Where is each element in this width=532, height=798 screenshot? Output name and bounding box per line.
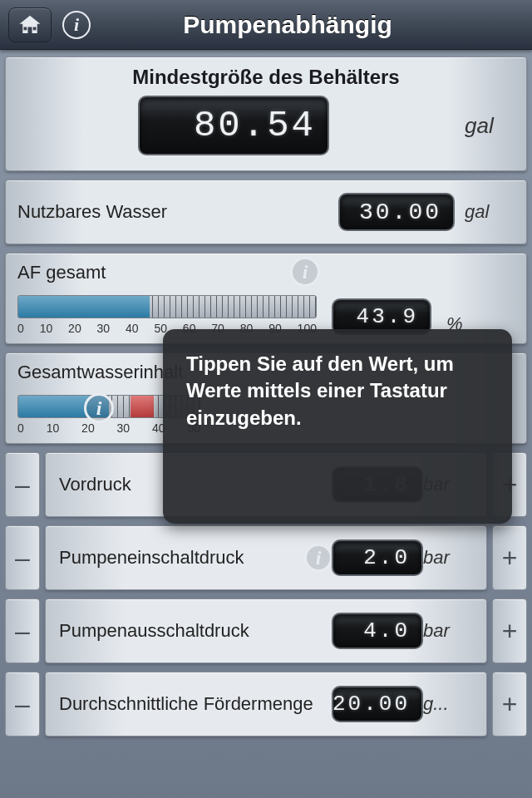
usable-water-value[interactable]: 30.00 bbox=[338, 193, 455, 231]
step-value[interactable]: 4.0 bbox=[332, 613, 423, 649]
tooltip-text: Tippen Sie auf den Wert, um Werte mittel… bbox=[186, 352, 454, 429]
af-total-label: AF gesamt bbox=[17, 262, 515, 283]
step-panel: Durchschnittliche Fördermenge 20.00 g... bbox=[45, 672, 487, 736]
af-total-slider[interactable] bbox=[17, 295, 317, 318]
min-size-title: Mindestgröße des Behälters bbox=[17, 66, 515, 89]
step-label: Durchschnittliche Fördermenge bbox=[59, 693, 313, 715]
step-unit: g... bbox=[423, 693, 473, 715]
home-icon bbox=[17, 12, 42, 37]
content-area: Mindestgröße des Behälters 80.54 gal Nut… bbox=[0, 50, 532, 798]
step-value[interactable]: 2.0 bbox=[332, 539, 423, 576]
step-label: Pumpeneinschaltdruck bbox=[59, 547, 244, 569]
step-value[interactable]: 20.00 bbox=[332, 686, 423, 722]
step-row: – Pumpenausschaltdruck 4.0 bar + bbox=[5, 598, 527, 663]
info-icon: i bbox=[304, 544, 332, 572]
increment-button[interactable]: + bbox=[492, 525, 527, 590]
usable-water-unit: gal bbox=[465, 201, 515, 223]
af-total-info-button[interactable]: i bbox=[288, 255, 322, 288]
home-button[interactable] bbox=[8, 7, 52, 42]
tooltip-overlay[interactable]: Tippen Sie auf den Wert, um Werte mittel… bbox=[163, 329, 512, 524]
step-unit: bar bbox=[423, 620, 473, 642]
step-unit: bar bbox=[423, 547, 473, 569]
usable-water-label: Nutzbares Wasser bbox=[17, 201, 167, 223]
panel-min-size: Mindestgröße des Behälters 80.54 gal bbox=[5, 57, 527, 171]
page-title: Pumpenabhängig bbox=[101, 11, 524, 39]
step-panel: Pumpenausschaltdruck 4.0 bar bbox=[45, 598, 487, 663]
decrement-button[interactable]: – bbox=[5, 525, 40, 590]
info-icon: i bbox=[290, 257, 320, 287]
min-size-value[interactable]: 80.54 bbox=[138, 96, 329, 155]
info-icon: i bbox=[84, 393, 114, 423]
svg-rect-1 bbox=[33, 27, 37, 30]
step-label: Vordruck bbox=[59, 474, 131, 495]
panel-usable-water: Nutzbares Wasser 30.00 gal bbox=[5, 180, 527, 244]
decrement-button[interactable]: – bbox=[5, 598, 40, 663]
increment-button[interactable]: + bbox=[492, 598, 527, 663]
svg-rect-0 bbox=[24, 27, 27, 30]
decrement-button[interactable]: – bbox=[5, 672, 40, 736]
info-icon: i bbox=[62, 11, 91, 39]
header-bar: i Pumpenabhängig bbox=[0, 0, 532, 50]
row-info-button[interactable]: i bbox=[302, 541, 335, 574]
total-volume-info-button[interactable]: i bbox=[82, 392, 116, 425]
total-volume-marker bbox=[131, 396, 154, 417]
step-label: Pumpenausschaltdruck bbox=[59, 620, 249, 642]
af-total-fill bbox=[18, 296, 150, 318]
info-button[interactable]: i bbox=[58, 7, 95, 42]
step-row: – Durchschnittliche Fördermenge 20.00 g.… bbox=[5, 672, 527, 736]
increment-button[interactable]: + bbox=[492, 672, 527, 736]
step-panel: Pumpeneinschaltdruck i 2.0 bar bbox=[45, 525, 487, 590]
step-row: – Pumpeneinschaltdruck i 2.0 bar + bbox=[5, 525, 527, 590]
min-size-unit: gal bbox=[465, 113, 515, 139]
decrement-button[interactable]: – bbox=[5, 452, 40, 517]
